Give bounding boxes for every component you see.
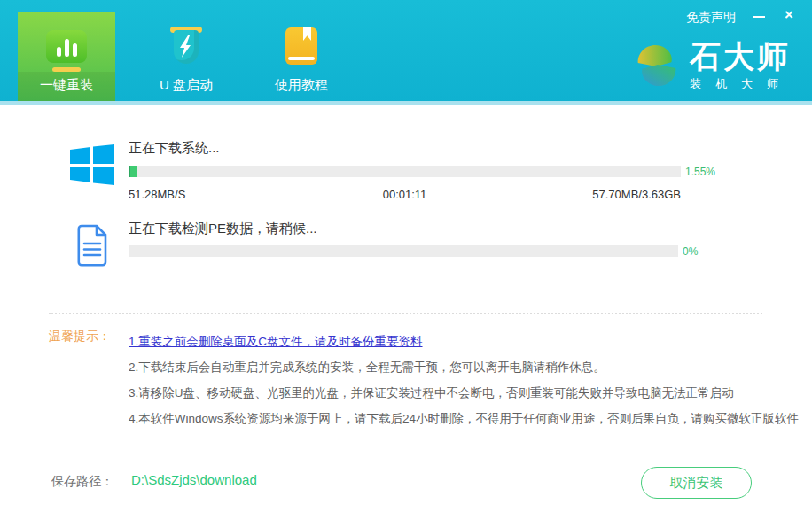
download-speed: 51.28MB/S [129,188,185,201]
download-status-text: 正在下载系统... [129,140,220,157]
tip-line: 2.下载结束后会自动重启并完成系统的安装，全程无需干预，您可以离开电脑请稍作休息… [129,354,808,380]
tips-list: 1.重装之前会删除桌面及C盘文件，请及时备份重要资料 2.下载结束后会自动重启并… [129,329,808,431]
brand-subtitle: 装机大师 [690,76,792,92]
tip-line: 1.重装之前会删除桌面及C盘文件，请及时备份重要资料 [129,329,808,354]
pe-progress-bar [129,245,678,257]
download-stats-row: 51.28MB/S 00:01:11 57.70MB/3.63GB [129,188,681,204]
usb-shield-icon [165,27,207,69]
header: 一键重装 U 盘启动 使用教程 免责声明 × [0,0,812,105]
tip-line: 3.请移除U盘、移动硬盘、光驱里的光盘，并保证安装过程中不会断电，否则重装可能失… [129,380,808,406]
download-elapsed-time: 00:01:11 [383,188,427,201]
download-percent-label: 1.55% [685,166,715,178]
app-window: 一键重装 U 盘启动 使用教程 免责声明 × [0,0,812,512]
dashed-divider [49,313,762,314]
pe-status-text: 正在下载检测PE数据，请稍候... [129,221,317,237]
minimize-icon[interactable] [752,8,768,24]
tab-label: U 盘启动 [160,77,213,94]
save-path-value[interactable]: D:\SdsZjds\download [131,472,257,487]
tips-label: 温馨提示： [49,329,111,345]
header-bottom-strip [0,101,812,105]
brand: 石大师 装机大师 [631,39,792,92]
download-size: 57.70MB/3.63GB [592,188,681,201]
tip-line: 4.本软件Windows系统资源均来源于网上，请下载后24小时删除，不得用于任何… [129,406,808,431]
book-icon [281,27,322,67]
brand-name: 石大师 [690,39,792,74]
disclaimer-link[interactable]: 免责声明 [686,10,736,26]
tab-one-click-reinstall[interactable]: 一键重装 [18,12,115,101]
tab-usb-boot[interactable]: U 盘启动 [137,12,235,101]
tab-tutorial[interactable]: 使用教程 [253,12,350,101]
brand-logo-icon [631,40,683,91]
bar-chart-icon [46,30,87,63]
close-icon[interactable]: × [780,5,798,25]
footer-divider [0,454,812,454]
download-progress-bar [129,166,681,177]
download-progress-fill [129,166,137,177]
windows-logo-icon [69,142,115,188]
document-icon [73,223,112,268]
pe-percent-label: 0% [683,245,698,258]
cancel-install-button[interactable]: 取消安装 [641,467,752,499]
tab-label: 使用教程 [275,77,328,94]
tab-label: 一键重装 [18,72,115,101]
save-path-label: 保存路径： [51,474,113,490]
